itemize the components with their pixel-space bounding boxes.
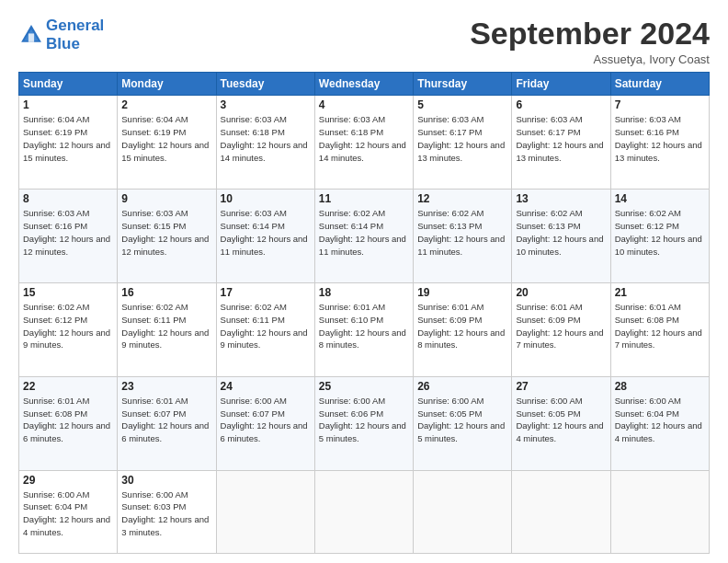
- table-cell: 27Sunrise: 6:00 AMSunset: 6:05 PMDayligh…: [512, 376, 610, 470]
- table-cell: 18Sunrise: 6:01 AMSunset: 6:10 PMDayligh…: [314, 283, 413, 377]
- day-number: 12: [417, 192, 507, 205]
- month-title: September 2024: [470, 17, 710, 51]
- day-number: 5: [417, 98, 507, 111]
- col-saturday: Saturday: [610, 73, 709, 96]
- day-number: 30: [121, 474, 211, 487]
- table-cell: 11Sunrise: 6:02 AMSunset: 6:14 PMDayligh…: [314, 190, 413, 283]
- day-number: 25: [319, 380, 409, 393]
- table-cell: 26Sunrise: 6:00 AMSunset: 6:05 PMDayligh…: [414, 376, 512, 470]
- day-info: Sunrise: 6:02 AMSunset: 6:11 PMDaylight:…: [221, 301, 311, 351]
- day-info: Sunrise: 6:02 AMSunset: 6:13 PMDaylight:…: [516, 207, 606, 258]
- col-thursday: Thursday: [414, 73, 512, 96]
- day-info: Sunrise: 6:03 AMSunset: 6:18 PMDaylight:…: [221, 113, 311, 164]
- day-info: Sunrise: 6:00 AMSunset: 6:05 PMDaylight:…: [417, 395, 507, 445]
- day-info: Sunrise: 6:01 AMSunset: 6:09 PMDaylight:…: [516, 301, 606, 351]
- table-cell: 30Sunrise: 6:00 AMSunset: 6:03 PMDayligh…: [118, 470, 216, 553]
- table-cell: 20Sunrise: 6:01 AMSunset: 6:09 PMDayligh…: [512, 283, 610, 377]
- table-cell: 23Sunrise: 6:01 AMSunset: 6:07 PMDayligh…: [118, 376, 216, 470]
- day-info: Sunrise: 6:02 AMSunset: 6:12 PMDaylight:…: [615, 207, 705, 258]
- day-number: 15: [23, 286, 113, 299]
- day-number: 8: [23, 192, 113, 205]
- table-cell: 19Sunrise: 6:01 AMSunset: 6:09 PMDayligh…: [414, 283, 512, 377]
- table-cell: [512, 470, 610, 553]
- col-monday: Monday: [118, 73, 216, 96]
- logo-text: GeneralBlue: [46, 17, 104, 52]
- table-cell: 16Sunrise: 6:02 AMSunset: 6:11 PMDayligh…: [118, 283, 216, 377]
- table-cell: [216, 470, 314, 553]
- col-sunday: Sunday: [19, 73, 118, 96]
- day-info: Sunrise: 6:02 AMSunset: 6:11 PMDaylight:…: [121, 301, 211, 351]
- table-cell: 21Sunrise: 6:01 AMSunset: 6:08 PMDayligh…: [610, 283, 709, 377]
- day-number: 22: [23, 380, 113, 393]
- table-cell: 3Sunrise: 6:03 AMSunset: 6:18 PMDaylight…: [216, 96, 314, 190]
- day-info: Sunrise: 6:01 AMSunset: 6:08 PMDaylight:…: [615, 301, 705, 351]
- day-info: Sunrise: 6:02 AMSunset: 6:14 PMDaylight:…: [319, 207, 409, 258]
- day-number: 28: [615, 380, 705, 393]
- table-cell: 2Sunrise: 6:04 AMSunset: 6:19 PMDaylight…: [118, 96, 216, 190]
- day-info: Sunrise: 6:00 AMSunset: 6:04 PMDaylight:…: [615, 395, 705, 445]
- table-cell: 6Sunrise: 6:03 AMSunset: 6:17 PMDaylight…: [512, 96, 610, 190]
- title-area: September 2024 Assuetya, Ivory Coast: [470, 17, 710, 66]
- table-cell: 9Sunrise: 6:03 AMSunset: 6:15 PMDaylight…: [118, 190, 216, 283]
- page: GeneralBlue September 2024 Assuetya, Ivo…: [0, 0, 728, 563]
- day-number: 3: [221, 98, 311, 111]
- col-wednesday: Wednesday: [314, 73, 413, 96]
- day-info: Sunrise: 6:00 AMSunset: 6:07 PMDaylight:…: [221, 395, 311, 445]
- day-info: Sunrise: 6:02 AMSunset: 6:12 PMDaylight:…: [23, 301, 113, 351]
- table-cell: 29Sunrise: 6:00 AMSunset: 6:04 PMDayligh…: [19, 470, 118, 553]
- day-info: Sunrise: 6:00 AMSunset: 6:03 PMDaylight:…: [121, 488, 211, 539]
- day-number: 2: [121, 98, 211, 111]
- day-number: 24: [221, 380, 311, 393]
- day-number: 10: [221, 192, 311, 205]
- day-number: 19: [417, 286, 507, 299]
- day-info: Sunrise: 6:03 AMSunset: 6:16 PMDaylight:…: [23, 207, 113, 258]
- day-info: Sunrise: 6:00 AMSunset: 6:06 PMDaylight:…: [319, 395, 409, 445]
- day-info: Sunrise: 6:03 AMSunset: 6:15 PMDaylight:…: [121, 207, 211, 258]
- col-tuesday: Tuesday: [216, 73, 314, 96]
- day-info: Sunrise: 6:04 AMSunset: 6:19 PMDaylight:…: [23, 113, 113, 164]
- table-cell: 13Sunrise: 6:02 AMSunset: 6:13 PMDayligh…: [512, 190, 610, 283]
- day-number: 14: [615, 192, 705, 205]
- table-cell: 22Sunrise: 6:01 AMSunset: 6:08 PMDayligh…: [19, 376, 118, 470]
- svg-rect-2: [28, 33, 34, 41]
- table-cell: [314, 470, 413, 553]
- day-info: Sunrise: 6:01 AMSunset: 6:10 PMDaylight:…: [319, 301, 409, 351]
- day-number: 17: [221, 286, 311, 299]
- day-number: 1: [23, 98, 113, 111]
- day-info: Sunrise: 6:02 AMSunset: 6:13 PMDaylight:…: [417, 207, 507, 258]
- calendar-header-row: Sunday Monday Tuesday Wednesday Thursday…: [19, 73, 710, 96]
- day-info: Sunrise: 6:03 AMSunset: 6:17 PMDaylight:…: [516, 113, 606, 164]
- day-number: 9: [121, 192, 211, 205]
- table-cell: 17Sunrise: 6:02 AMSunset: 6:11 PMDayligh…: [216, 283, 314, 377]
- logo: GeneralBlue: [18, 17, 104, 52]
- day-number: 20: [516, 286, 606, 299]
- day-number: 7: [615, 98, 705, 111]
- day-info: Sunrise: 6:00 AMSunset: 6:05 PMDaylight:…: [516, 395, 606, 445]
- day-number: 11: [319, 192, 409, 205]
- table-cell: 7Sunrise: 6:03 AMSunset: 6:16 PMDaylight…: [610, 96, 709, 190]
- calendar-table: Sunday Monday Tuesday Wednesday Thursday…: [18, 72, 710, 554]
- day-number: 26: [417, 380, 507, 393]
- table-cell: [610, 470, 709, 553]
- table-cell: 12Sunrise: 6:02 AMSunset: 6:13 PMDayligh…: [414, 190, 512, 283]
- table-cell: 4Sunrise: 6:03 AMSunset: 6:18 PMDaylight…: [314, 96, 413, 190]
- table-cell: 10Sunrise: 6:03 AMSunset: 6:14 PMDayligh…: [216, 190, 314, 283]
- day-number: 18: [319, 286, 409, 299]
- location: Assuetya, Ivory Coast: [470, 52, 710, 66]
- day-number: 13: [516, 192, 606, 205]
- day-info: Sunrise: 6:03 AMSunset: 6:18 PMDaylight:…: [319, 113, 409, 164]
- day-number: 29: [23, 474, 113, 487]
- table-cell: 14Sunrise: 6:02 AMSunset: 6:12 PMDayligh…: [610, 190, 709, 283]
- day-info: Sunrise: 6:01 AMSunset: 6:09 PMDaylight:…: [417, 301, 507, 351]
- day-info: Sunrise: 6:03 AMSunset: 6:14 PMDaylight:…: [221, 207, 311, 258]
- table-cell: 15Sunrise: 6:02 AMSunset: 6:12 PMDayligh…: [19, 283, 118, 377]
- day-info: Sunrise: 6:04 AMSunset: 6:19 PMDaylight:…: [121, 113, 211, 164]
- table-cell: [414, 470, 512, 553]
- day-number: 4: [319, 98, 409, 111]
- table-cell: 5Sunrise: 6:03 AMSunset: 6:17 PMDaylight…: [414, 96, 512, 190]
- day-info: Sunrise: 6:00 AMSunset: 6:04 PMDaylight:…: [23, 488, 113, 539]
- table-cell: 8Sunrise: 6:03 AMSunset: 6:16 PMDaylight…: [19, 190, 118, 283]
- table-cell: 1Sunrise: 6:04 AMSunset: 6:19 PMDaylight…: [19, 96, 118, 190]
- logo-icon: [18, 22, 44, 48]
- day-number: 27: [516, 380, 606, 393]
